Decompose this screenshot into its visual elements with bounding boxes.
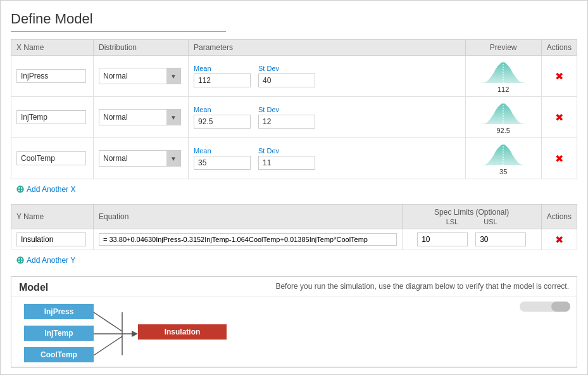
- x-table: X Name Distribution Parameters Preview A…: [11, 39, 577, 179]
- x-table-row: Normal ▼ Mean St Dev: [11, 97, 577, 138]
- stdev-label: St Dev: [258, 147, 315, 155]
- y-box-insulation: Insulation: [138, 324, 227, 340]
- distribution-select[interactable]: Normal ▼: [99, 68, 181, 84]
- x-name-cell: [11, 138, 94, 179]
- model-scrollbar[interactable]: [520, 302, 570, 312]
- plus-icon-x: ⊕: [16, 183, 24, 195]
- delete-y-icon[interactable]: ✖: [555, 234, 563, 245]
- stdev-label: St Dev: [258, 65, 315, 72]
- distribution-select[interactable]: Normal ▼: [99, 150, 181, 167]
- add-y-link[interactable]: ⊕ Add Another Y: [11, 250, 577, 270]
- action-cell-x: ✖: [541, 56, 577, 97]
- action-cell-x: ✖: [541, 97, 577, 138]
- add-x-label: Add Another X: [27, 185, 75, 194]
- y-name-cell: [11, 229, 94, 250]
- plus-icon-y: ⊕: [16, 254, 24, 266]
- stdev-input[interactable]: [258, 73, 315, 87]
- model-header: Model Before you run the simulation, use…: [11, 277, 577, 296]
- x-box-cooltemp: CoolTemp: [24, 347, 94, 362]
- parameters-header: Parameters: [189, 40, 466, 56]
- bell-label: 35: [499, 168, 507, 175]
- bell-curve: 35: [471, 141, 536, 175]
- actions-header-y: Actions: [541, 205, 577, 229]
- equation-input[interactable]: [99, 233, 397, 246]
- bell-label: 92.5: [496, 127, 510, 134]
- stdev-input[interactable]: [258, 115, 315, 129]
- add-x-link[interactable]: ⊕ Add Another X: [11, 179, 577, 199]
- lsl-input[interactable]: [417, 232, 468, 246]
- equation-header: Equation: [94, 205, 403, 229]
- model-title: Model: [19, 282, 48, 293]
- model-section: Model Before you run the simulation, use…: [11, 276, 577, 368]
- dropdown-arrow-icon[interactable]: ▼: [166, 110, 180, 125]
- add-y-label: Add Another Y: [27, 256, 75, 265]
- mean-label: Mean: [194, 65, 251, 72]
- model-scrollbar-thumb: [551, 302, 570, 312]
- x-name-input[interactable]: [16, 69, 86, 83]
- mean-label: Mean: [194, 106, 251, 113]
- y-name-header: Y Name: [11, 205, 94, 229]
- action-cell-x: ✖: [541, 138, 577, 179]
- main-container: Define Model X Name Distribution Paramet…: [0, 0, 588, 375]
- svg-line-5: [94, 336, 122, 355]
- mean-input[interactable]: [194, 73, 251, 87]
- distribution-select[interactable]: Normal ▼: [99, 109, 181, 125]
- svg-line-3: [94, 312, 122, 331]
- x-name-cell: [11, 56, 94, 97]
- actions-header-x: Actions: [541, 40, 577, 56]
- delete-x-icon[interactable]: ✖: [555, 153, 563, 164]
- x-name-cell: [11, 97, 94, 138]
- delete-x-icon[interactable]: ✖: [555, 112, 563, 123]
- y-table-row: ✖: [11, 229, 577, 250]
- parameters-cell: Mean St Dev: [189, 56, 466, 97]
- title-divider: [11, 31, 226, 32]
- distribution-header: Distribution: [94, 40, 189, 56]
- parameters-cell: Mean St Dev: [189, 97, 466, 138]
- y-name-input[interactable]: [16, 232, 86, 246]
- spec-limits-header: Spec Limits (Optional) LSL USL: [402, 205, 541, 229]
- mean-input[interactable]: [194, 156, 251, 170]
- distribution-cell: Normal ▼: [94, 97, 189, 138]
- dropdown-arrow-icon[interactable]: ▼: [166, 68, 180, 84]
- x-name-input[interactable]: [16, 151, 86, 165]
- stdev-input[interactable]: [258, 156, 315, 170]
- mean-label: Mean: [194, 147, 251, 155]
- lsl-sub-header: LSL: [446, 218, 459, 226]
- bell-curve: 92.5: [471, 100, 536, 134]
- usl-input[interactable]: [475, 232, 526, 246]
- preview-cell: 112: [465, 56, 541, 97]
- x-box-injpress: InjPress: [24, 304, 94, 319]
- svg-marker-8: [132, 331, 138, 337]
- delete-x-icon[interactable]: ✖: [555, 71, 563, 82]
- preview-header: Preview: [465, 40, 541, 56]
- preview-cell: 35: [465, 138, 541, 179]
- x-name-input[interactable]: [16, 110, 86, 124]
- y-section: Y Name Equation Spec Limits (Optional) L…: [11, 204, 577, 250]
- diagram-svg: [11, 296, 577, 365]
- model-hint: Before you run the simulation, use the d…: [275, 282, 569, 291]
- spec-limits-cell: [402, 229, 541, 250]
- distribution-value: Normal: [99, 111, 166, 124]
- distribution-value: Normal: [99, 70, 166, 82]
- usl-sub-header: USL: [484, 218, 497, 226]
- x-name-header: X Name: [11, 40, 94, 56]
- dropdown-arrow-icon[interactable]: ▼: [166, 151, 180, 166]
- equation-cell: [94, 229, 403, 250]
- bell-curve: 112: [471, 59, 536, 93]
- x-box-injtemp: InjTemp: [24, 326, 94, 341]
- parameters-cell: Mean St Dev: [189, 138, 466, 179]
- y-table: Y Name Equation Spec Limits (Optional) L…: [11, 204, 577, 250]
- action-cell-y: ✖: [541, 229, 577, 250]
- x-table-row: Normal ▼ Mean St Dev: [11, 56, 577, 97]
- x-table-row: Normal ▼ Mean St Dev: [11, 138, 577, 179]
- page-title: Define Model: [11, 11, 577, 27]
- distribution-cell: Normal ▼: [94, 138, 189, 179]
- distribution-value: Normal: [99, 152, 166, 165]
- distribution-cell: Normal ▼: [94, 56, 189, 97]
- mean-input[interactable]: [194, 115, 251, 129]
- preview-cell: 92.5: [465, 97, 541, 138]
- stdev-label: St Dev: [258, 106, 315, 113]
- bell-label: 112: [497, 86, 509, 93]
